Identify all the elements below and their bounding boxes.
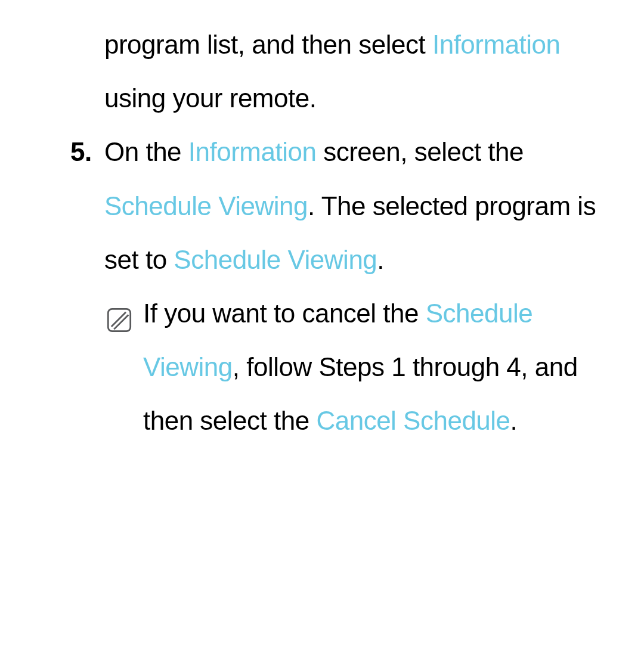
- step-5-block: 5. On the Information screen, select the…: [0, 125, 644, 287]
- schedule-viewing-highlight-1: Schedule Viewing: [104, 191, 308, 221]
- svg-rect-0: [108, 309, 130, 331]
- step-text-2: screen, select the: [316, 137, 524, 166]
- intro-paragraph: program list, and then select Informatio…: [0, 18, 644, 125]
- step-text-4: .: [377, 245, 384, 274]
- intro-text-2: using your remote.: [104, 83, 316, 113]
- note-text-3: .: [510, 406, 518, 435]
- information-highlight-2: Information: [188, 137, 317, 166]
- note-text-1: If you want to cancel the: [143, 299, 426, 328]
- schedule-viewing-highlight-2: Schedule Viewing: [174, 245, 377, 274]
- note-icon: [106, 297, 132, 324]
- information-highlight-1: Information: [432, 30, 561, 59]
- intro-text-1: program list, and then select: [104, 30, 432, 59]
- step-text-1: On the: [104, 137, 188, 166]
- note-block: If you want to cancel the Schedule Viewi…: [0, 287, 644, 448]
- cancel-schedule-highlight: Cancel Schedule: [316, 406, 510, 435]
- step-5-marker: 5.: [70, 125, 92, 179]
